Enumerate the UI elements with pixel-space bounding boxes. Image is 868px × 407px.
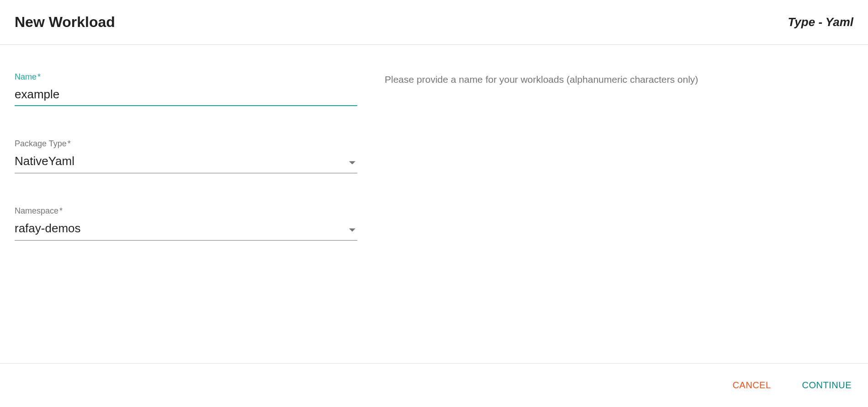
namespace-select[interactable]: rafay-demos <box>15 220 357 241</box>
package-type-label: Package Type* <box>15 139 357 149</box>
page-title: New Workload <box>15 14 115 31</box>
package-type-field-group: Package Type* NativeYaml <box>15 139 357 173</box>
form-column: Name* Package Type* NativeYaml Namespace… <box>15 72 357 273</box>
namespace-value: rafay-demos <box>15 221 81 235</box>
footer-actions: CANCEL CONTINUE <box>0 363 868 407</box>
chevron-down-icon <box>349 228 355 231</box>
name-help-text: Please provide a name for your workloads… <box>385 74 853 85</box>
help-column: Please provide a name for your workloads… <box>385 72 853 273</box>
namespace-label-text: Namespace <box>15 206 58 215</box>
name-input[interactable] <box>15 86 357 106</box>
namespace-label: Namespace* <box>15 206 357 216</box>
package-type-value: NativeYaml <box>15 154 74 168</box>
package-type-label-text: Package Type <box>15 139 67 148</box>
name-field-group: Name* <box>15 72 357 106</box>
package-type-select[interactable]: NativeYaml <box>15 152 357 173</box>
package-type-required-asterisk: * <box>68 139 71 148</box>
name-label: Name* <box>15 72 357 82</box>
workload-type-label: Type - Yaml <box>788 15 853 29</box>
page-header: New Workload Type - Yaml <box>0 0 868 44</box>
name-label-text: Name <box>15 72 37 81</box>
name-required-asterisk: * <box>37 72 41 81</box>
cancel-button[interactable]: CANCEL <box>730 376 773 394</box>
continue-button[interactable]: CONTINUE <box>800 376 853 394</box>
namespace-required-asterisk: * <box>59 206 63 215</box>
chevron-down-icon <box>349 161 355 164</box>
namespace-field-group: Namespace* rafay-demos <box>15 206 357 241</box>
form-content: Name* Package Type* NativeYaml Namespace… <box>0 45 868 292</box>
